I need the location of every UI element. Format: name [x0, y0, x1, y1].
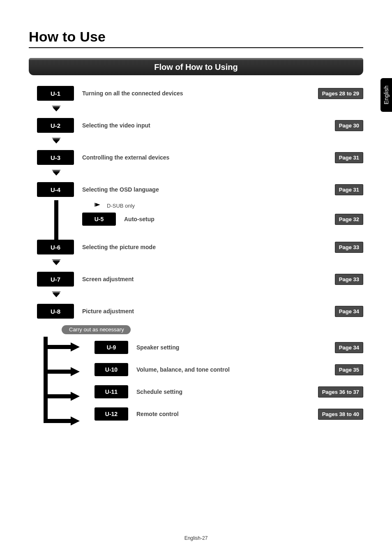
page-badge-u7[interactable]: Page 33 [335, 274, 363, 285]
down-arrow-icon [51, 291, 363, 299]
step-title-u6: Selecting the picture mode [82, 244, 335, 250]
svg-marker-20 [71, 392, 80, 401]
flow-step-u7: U-7 Screen adjustment Page 33 [37, 272, 363, 287]
step-code-u5: U-5 [82, 213, 116, 226]
step-title-u1: Turning on all the connected devices [82, 90, 318, 97]
page-badge-u12[interactable]: Pages 38 to 40 [318, 409, 363, 420]
step-title-u2: Selecting the video input [82, 122, 335, 129]
sub-note-row: D-SUB only [37, 202, 363, 209]
carry-out-pill: Carry out as necessary [62, 325, 131, 334]
title-horizontal-rule [29, 47, 363, 48]
step-title-u3: Controlling the external devices [82, 154, 335, 161]
section-banner-text: Flow of How to Using [29, 60, 363, 75]
flow-step-u12: U-12 Remote control Pages 38 to 40 [49, 407, 363, 421]
flow-step-u4: U-4 Selecting the OSD language Page 31 [37, 182, 363, 197]
flow-step-u8: U-8 Picture adjustment Page 34 [37, 304, 363, 319]
step-title-u12: Remote control [136, 411, 318, 417]
svg-rect-6 [54, 200, 58, 240]
page-badge-u8[interactable]: Page 34 [335, 306, 363, 317]
page-badge-u3[interactable]: Page 31 [335, 152, 363, 163]
page-footer: English-27 [0, 535, 392, 541]
step-code-u4: U-4 [37, 182, 74, 197]
flow-step-u6: U-6 Selecting the picture mode Page 33 [37, 240, 363, 254]
sub-note-text: D-SUB only [107, 203, 135, 209]
branch-bracket-icon [39, 337, 85, 435]
svg-rect-21 [47, 419, 71, 423]
bracket-down-arrow-icon [51, 200, 63, 249]
svg-rect-15 [47, 345, 71, 349]
flow-step-u1: U-1 Turning on all the connected devices… [37, 86, 363, 101]
branch-block: U-9 Speaker setting Page 34 U-10 Volume,… [37, 341, 363, 421]
step-code-u1: U-1 [37, 86, 74, 101]
svg-marker-13 [53, 293, 60, 297]
step-code-u11: U-11 [95, 385, 128, 398]
mini-right-arrow-icon [95, 202, 103, 209]
step-title-u10: Volume, balance, and tone control [136, 366, 335, 373]
page-title: How to Use [29, 29, 363, 45]
page-badge-u4[interactable]: Page 31 [335, 184, 363, 195]
down-arrow-icon [51, 138, 363, 145]
page-badge-u11[interactable]: Pages 36 to 37 [318, 386, 363, 398]
flow-step-u9: U-9 Speaker setting Page 34 [49, 341, 363, 354]
down-arrow-icon [51, 106, 363, 113]
flow-step-u11: U-11 Schedule setting Pages 36 to 37 [49, 385, 363, 398]
step-code-u12: U-12 [95, 407, 128, 421]
svg-marker-5 [53, 171, 60, 176]
flow-step-u2: U-2 Selecting the video input Page 30 [37, 118, 363, 133]
step-code-u7: U-7 [37, 272, 74, 287]
down-arrow-icon [51, 259, 363, 267]
step-title-u7: Screen adjustment [82, 276, 335, 282]
step-code-u9: U-9 [95, 341, 128, 354]
step-title-u9: Speaker setting [136, 344, 335, 351]
svg-marker-3 [53, 139, 60, 143]
page-badge-u10[interactable]: Page 35 [335, 364, 363, 375]
page-badge-u5[interactable]: Page 32 [335, 214, 363, 225]
step-title-u4: Selecting the OSD language [82, 186, 335, 193]
step-code-u2: U-2 [37, 118, 74, 133]
page-badge-u1[interactable]: Pages 28 to 29 [318, 88, 363, 99]
svg-marker-18 [71, 367, 80, 376]
step-code-u3: U-3 [37, 150, 74, 165]
page-container: How to Use Flow of How to Using U-1 Turn… [0, 0, 392, 421]
step-code-u10: U-10 [95, 363, 128, 376]
section-banner: Flow of How to Using [29, 58, 363, 75]
svg-marker-22 [71, 416, 80, 426]
flow-container: U-1 Turning on all the connected devices… [29, 86, 363, 421]
svg-marker-7 [52, 240, 61, 247]
u4-u6-bracket-region: D-SUB only U-5 Auto-setup Page 32 [37, 202, 363, 240]
page-badge-u2[interactable]: Page 30 [335, 120, 363, 131]
svg-rect-14 [44, 337, 48, 423]
svg-marker-1 [53, 107, 60, 111]
page-badge-u6[interactable]: Page 33 [335, 242, 363, 253]
page-badge-u9[interactable]: Page 34 [335, 342, 363, 353]
flow-step-u10: U-10 Volume, balance, and tone control P… [49, 363, 363, 376]
svg-marker-9 [96, 203, 100, 206]
flow-step-u3: U-3 Controlling the external devices Pag… [37, 150, 363, 165]
svg-marker-16 [71, 342, 80, 352]
step-code-u8: U-8 [37, 304, 74, 319]
step-title-u8: Picture adjustment [82, 308, 335, 314]
svg-rect-17 [47, 370, 71, 374]
down-arrow-icon [51, 170, 363, 177]
step-title-u11: Schedule setting [136, 388, 318, 395]
step-title-u5: Auto-setup [124, 216, 335, 222]
flow-step-u5: U-5 Auto-setup Page 32 [37, 213, 363, 226]
svg-marker-11 [53, 261, 60, 265]
svg-rect-19 [47, 394, 71, 398]
